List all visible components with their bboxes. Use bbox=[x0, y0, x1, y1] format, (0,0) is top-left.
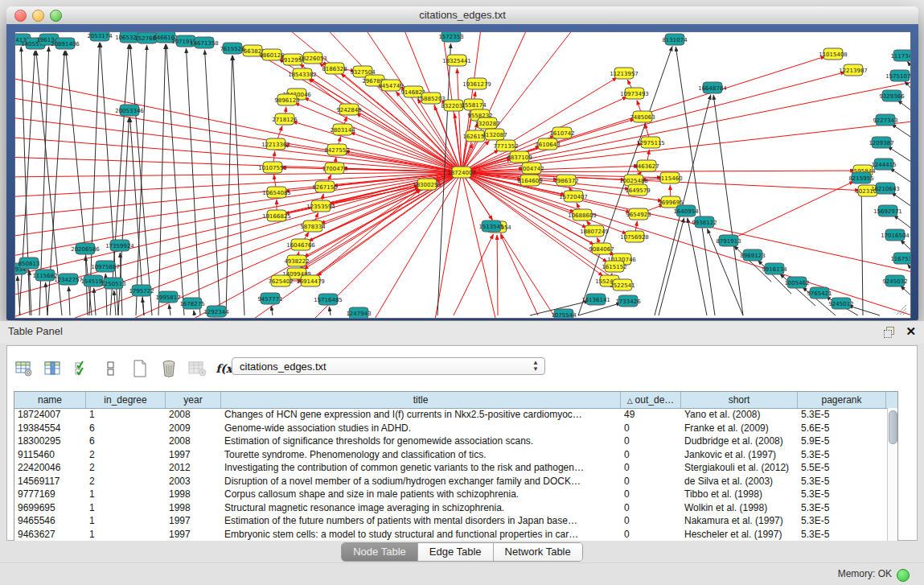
graph-node[interactable]: 1558174 bbox=[461, 99, 487, 110]
table-row[interactable]: 1456911722003Disruption of a novel membe… bbox=[14, 475, 888, 488]
graph-node[interactable]: 1610643 bbox=[535, 138, 560, 150]
column-header-year[interactable]: year bbox=[166, 392, 221, 408]
graph-node[interactable]: 12975115 bbox=[636, 137, 665, 148]
graph-node[interactable]: 1640954 bbox=[673, 205, 699, 216]
graph-node[interactable]: 20053346 bbox=[115, 105, 144, 116]
graph-node[interactable]: 9084067 bbox=[589, 243, 614, 254]
graph-node[interactable]: 9227343 bbox=[873, 114, 897, 126]
table-row[interactable]: 977716911998Corpus callosum shape and si… bbox=[14, 488, 888, 501]
graph-node[interactable]: 9896123 bbox=[274, 94, 299, 105]
graph-node[interactable]: 8969123 bbox=[740, 249, 765, 261]
graph-node[interactable]: 7986372 bbox=[553, 175, 578, 186]
column-header-in_degree[interactable]: in_degree bbox=[86, 392, 166, 408]
graph-node[interactable]: 9765421 bbox=[807, 287, 832, 299]
graph-node[interactable]: 1572353 bbox=[438, 32, 463, 42]
graph-node[interactable]: 2522541 bbox=[610, 279, 634, 290]
graph-node[interactable]: 8186328 bbox=[322, 63, 347, 74]
window-titlebar[interactable]: citations_edges.txt bbox=[6, 6, 918, 25]
graph-node[interactable]: 19166825 bbox=[262, 210, 291, 221]
graph-node[interactable]: 1610742 bbox=[549, 127, 574, 138]
float-panel-icon[interactable] bbox=[884, 327, 895, 338]
table-row[interactable]: 1872400712008Changes of HCN gene express… bbox=[14, 408, 888, 422]
graph-node[interactable]: 16136141 bbox=[581, 294, 610, 305]
graph-node[interactable]: 1209387 bbox=[869, 137, 893, 148]
graph-node[interactable]: 9115460 bbox=[657, 172, 682, 183]
graph-node[interactable]: 1649579 bbox=[625, 184, 650, 196]
graph-node[interactable]: 1247943 bbox=[346, 307, 371, 318]
graph-node[interactable]: 1700477 bbox=[322, 163, 347, 174]
graph-node[interactable]: 9245032 bbox=[882, 275, 907, 286]
citation-network-graph[interactable]: 1854338292428482803144842755217004778267… bbox=[15, 32, 910, 318]
graph-node[interactable]: 15720407 bbox=[559, 191, 588, 202]
graph-node[interactable]: 7625402 bbox=[268, 275, 293, 286]
column-header-pagerank[interactable]: pagerank bbox=[798, 392, 886, 408]
graph-node[interactable]: 11015408 bbox=[819, 48, 848, 60]
column-header-name[interactable]: name bbox=[14, 392, 86, 408]
column-header-short[interactable]: short bbox=[681, 392, 798, 408]
vertical-scrollbar[interactable] bbox=[887, 408, 897, 541]
graph-node[interactable]: 1795722 bbox=[129, 285, 154, 296]
graph-node[interactable]: 1513545 bbox=[478, 220, 503, 232]
tab-edge-table[interactable]: Edge Table bbox=[418, 543, 494, 561]
table-row[interactable]: 946554611997Estimation of the future num… bbox=[14, 514, 888, 528]
graph-node[interactable]: 9938122 bbox=[692, 216, 717, 228]
column-select-icon[interactable] bbox=[43, 358, 64, 379]
graph-node[interactable]: 4938222 bbox=[284, 255, 309, 266]
graph-node[interactable]: 1005462 bbox=[784, 277, 809, 288]
graph-node[interactable]: 15751074 bbox=[885, 70, 910, 81]
scrollbar-thumb[interactable] bbox=[889, 410, 897, 444]
tab-node-table[interactable]: Node Table bbox=[342, 543, 418, 561]
graph-node[interactable]: 9916134 bbox=[762, 263, 787, 274]
checklist-icon[interactable] bbox=[72, 358, 92, 379]
graph-node[interactable]: 10973493 bbox=[620, 88, 649, 99]
table-settings-icon[interactable] bbox=[14, 358, 35, 379]
table-row[interactable]: 946362711997Embryonic stem cells: a mode… bbox=[14, 528, 888, 542]
delete-icon[interactable] bbox=[158, 358, 179, 379]
graph-node[interactable]: 2718126 bbox=[272, 113, 298, 125]
graph-node[interactable]: 7615526 bbox=[220, 43, 245, 54]
graph-node[interactable]: 9245012 bbox=[828, 298, 853, 309]
graph-node[interactable]: 8454749 bbox=[378, 80, 403, 91]
graph-node[interactable]: 1167534 bbox=[890, 253, 910, 264]
tab-network-table[interactable]: Network Table bbox=[494, 543, 582, 561]
graph-node[interactable]: 1995817 bbox=[155, 291, 180, 303]
graph-node[interactable]: 1244415 bbox=[871, 159, 896, 170]
graph-node[interactable]: 1117342 bbox=[890, 50, 910, 61]
close-panel-icon[interactable]: ✕ bbox=[906, 324, 916, 339]
graph-node[interactable]: 7485063 bbox=[630, 111, 655, 122]
graph-node[interactable]: 1733426 bbox=[615, 295, 641, 307]
graph-node[interactable]: 9329366 bbox=[879, 90, 905, 101]
graph-node[interactable]: 850813 bbox=[18, 257, 40, 269]
table-row[interactable]: 1830029562008Estimation of significance … bbox=[14, 435, 888, 448]
graph-node[interactable]: 9457771 bbox=[257, 293, 282, 304]
graph-node[interactable]: 6837109 bbox=[507, 151, 532, 163]
graph-node[interactable]: 17016504 bbox=[881, 229, 910, 241]
graph-node[interactable]: 1250513 bbox=[101, 278, 125, 289]
graph-node[interactable]: 8164609 bbox=[517, 175, 542, 186]
table-row[interactable]: 2242004622012Investigating the contribut… bbox=[14, 461, 888, 475]
graph-node[interactable]: 2053174 bbox=[87, 32, 113, 41]
graph-node[interactable]: 9654923 bbox=[626, 208, 651, 220]
graph-node[interactable]: 17359924 bbox=[105, 240, 134, 251]
graph-node[interactable]: 8791913 bbox=[716, 235, 741, 246]
table-row[interactable]: 1938455462009Genome-wide association stu… bbox=[14, 422, 888, 435]
graph-node[interactable]: 16648784 bbox=[698, 82, 727, 93]
graph-node[interactable]: 1292344 bbox=[203, 306, 229, 317]
network-canvas[interactable]: 1854338292428482803144842755217004778267… bbox=[14, 31, 911, 319]
table-row[interactable]: 911546021997Tourette syndrome. Phenomeno… bbox=[14, 448, 888, 462]
column-header-out_de[interactable]: △out_de… bbox=[621, 392, 681, 408]
graph-node[interactable]: 7771352 bbox=[493, 140, 518, 151]
graph-node[interactable]: 8131074 bbox=[662, 34, 688, 45]
graph-node[interactable]: 12213987 bbox=[839, 64, 868, 76]
graph-node[interactable]: 18543382 bbox=[288, 68, 317, 80]
graph-node[interactable]: 1678275 bbox=[179, 298, 204, 309]
graph-node[interactable]: 1320287 bbox=[474, 117, 499, 129]
graph-node[interactable]: 5878334 bbox=[300, 220, 326, 232]
graph-node[interactable]: 11213957 bbox=[610, 68, 639, 79]
graph-node[interactable]: 19361279 bbox=[462, 78, 491, 89]
graph-node[interactable]: 4132087 bbox=[482, 129, 507, 140]
table-row[interactable]: 969969511998Structural magnetic resonanc… bbox=[14, 501, 888, 515]
new-document-icon[interactable] bbox=[129, 358, 150, 379]
graph-node[interactable]: 10654085 bbox=[262, 187, 291, 198]
table-source-dropdown[interactable]: citations_edges.txt ▲▼ bbox=[232, 357, 545, 375]
